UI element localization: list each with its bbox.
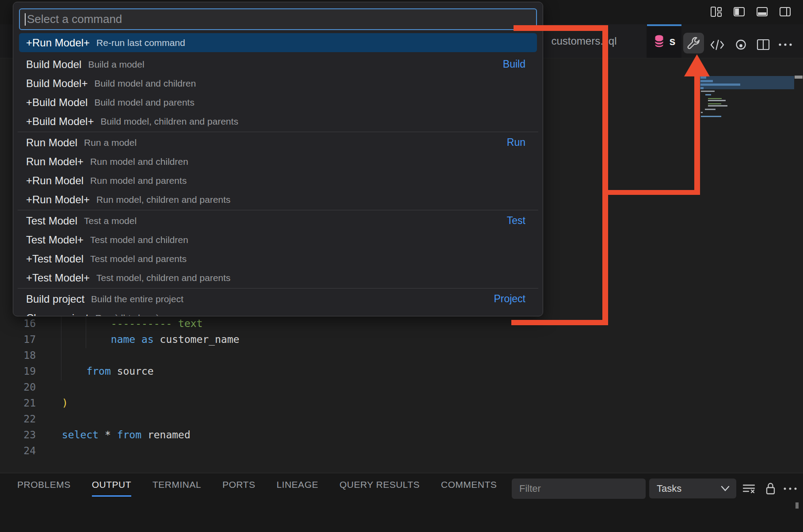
minimap-line	[700, 84, 740, 86]
command-item-category: Run	[507, 137, 525, 148]
command-item[interactable]: +Build Model+Build model, children and p…	[19, 112, 537, 131]
command-item-label: +Test Model+	[26, 272, 90, 284]
text-cursor	[25, 13, 26, 26]
customize-layout-icon[interactable]	[710, 6, 722, 18]
command-item[interactable]: Build Model+Build model and children	[19, 74, 537, 93]
annotation-arrowhead	[684, 54, 710, 76]
panel-tab-ports[interactable]: PORTS	[222, 473, 255, 497]
line-number: 17	[0, 331, 36, 347]
command-item[interactable]: +Run Model+Run model, children and paren…	[19, 190, 537, 209]
command-item-label: Run Model+	[26, 156, 84, 168]
command-item-description: Run a model	[84, 137, 137, 148]
annotation-arrow-vertical-line	[602, 25, 608, 325]
command-item[interactable]: Build ModelBuild a modelBuild	[19, 55, 537, 74]
line-number: 19	[0, 363, 36, 379]
command-item[interactable]: Run ModelRun a modelRun	[19, 133, 537, 152]
command-item-label: +Run Model+	[26, 37, 90, 49]
command-item-description: Test model, children and parents	[96, 273, 231, 283]
split-editor-icon[interactable]	[754, 35, 773, 54]
toggle-primary-sidebar-icon[interactable]	[733, 6, 745, 18]
command-item-description: Run model and children	[90, 156, 188, 167]
line-number: 22	[0, 411, 36, 427]
code-line: 19 from source	[0, 363, 240, 379]
minimap-line	[705, 109, 715, 110]
panel-tab-terminal[interactable]: TERMINAL	[152, 473, 201, 497]
minimap-line	[700, 76, 706, 79]
command-item[interactable]: +Build ModelBuild model and parents	[19, 93, 537, 112]
line-number: 16	[0, 315, 36, 331]
command-item[interactable]: +Test ModelTest model and parents	[19, 249, 537, 268]
command-item-description: Test model and children	[90, 235, 188, 245]
command-item-category: Test	[507, 215, 525, 227]
line-number: 23	[0, 427, 36, 443]
clear-output-icon[interactable]	[741, 481, 757, 497]
code-line: 20	[0, 379, 240, 395]
annotation-arrow-shaft	[694, 73, 700, 195]
command-item-description: Run `dbt clean`	[95, 313, 159, 317]
lock-icon[interactable]	[762, 481, 778, 497]
command-item-category: Build	[503, 58, 525, 70]
minimap-line	[701, 116, 721, 117]
command-item[interactable]: Test ModelTest a modelTest	[19, 211, 537, 230]
command-item-category: Project	[494, 293, 525, 305]
panel-tab-problems[interactable]: PROBLEMS	[17, 473, 71, 497]
command-item-label: Build project	[26, 293, 84, 305]
toggle-secondary-sidebar-icon[interactable]	[779, 6, 791, 18]
panel-more-actions-icon[interactable]	[782, 481, 798, 497]
command-input[interactable]: Select a command	[19, 8, 537, 30]
command-item-label: Build Model+	[26, 77, 88, 90]
minimap-line	[700, 80, 713, 82]
command-item[interactable]: Test Model+Test model and children	[19, 230, 537, 249]
bottom-panel: PROBLEMSOUTPUTTERMINALPORTSLINEAGEQUERY …	[0, 473, 803, 532]
panel-tab-query-results[interactable]: QUERY RESULTS	[339, 473, 420, 497]
minimap[interactable]	[699, 76, 794, 120]
command-item-description: Test a model	[84, 216, 137, 226]
command-item[interactable]: +Run ModelRun model and parents	[19, 171, 537, 190]
command-item-label: +Test Model	[26, 253, 84, 265]
code-area: 16 ---------- text17 name as customer_na…	[0, 315, 240, 459]
command-item[interactable]: Clean projectRun `dbt clean`	[19, 308, 537, 316]
panel-tab-output[interactable]: OUTPUT	[92, 473, 131, 497]
panel-tab-comments[interactable]: COMMENTS	[441, 473, 497, 497]
command-item[interactable]: +Test Model+Test model, children and par…	[19, 268, 537, 287]
panel-tab-lineage[interactable]: LINEAGE	[277, 473, 319, 497]
code-line: 23select * from renamed	[0, 427, 240, 443]
code-icon[interactable]	[708, 35, 727, 54]
minimap-line	[700, 87, 704, 89]
tasks-dropdown[interactable]: Tasks	[649, 479, 736, 498]
panel-scrollbar[interactable]	[795, 502, 799, 509]
command-list-separator	[18, 210, 538, 210]
command-item-label: +Build Model	[26, 96, 88, 109]
vscode-window: customers.sql s	[0, 0, 803, 532]
command-item-label: Test Model	[26, 215, 77, 227]
code-line: 18	[0, 347, 240, 363]
code-line: 24	[0, 443, 240, 459]
wrench-button[interactable]	[683, 33, 704, 53]
command-list: +Run Model+Re-run last commandBuild Mode…	[13, 33, 543, 316]
more-actions-icon[interactable]	[776, 35, 795, 54]
panel-tab-bar: PROBLEMSOUTPUTTERMINALPORTSLINEAGEQUERY …	[17, 473, 497, 497]
minimap-line	[701, 112, 703, 113]
command-item[interactable]: Run Model+Run model and children	[19, 152, 537, 171]
command-item-description: Build a model	[88, 59, 144, 70]
eye-preview-icon[interactable]	[731, 35, 750, 54]
tab-active-truncated[interactable]: s	[647, 24, 681, 58]
command-item-label: +Run Model+	[26, 194, 90, 206]
command-item[interactable]: +Run Model+Re-run last command	[19, 33, 537, 52]
command-item-label: Run Model	[26, 137, 77, 149]
annotation-arrow-top-segment	[514, 25, 608, 31]
window-layout-controls	[710, 6, 791, 18]
command-item-description: Run model, children and parents	[96, 194, 231, 205]
command-item-label: +Build Model+	[26, 115, 94, 128]
command-item[interactable]: Build projectBuild the entire projectPro…	[19, 289, 537, 308]
editor-scrollbar[interactable]	[795, 76, 803, 79]
line-number: 21	[0, 395, 36, 411]
code-line: 21)	[0, 395, 240, 411]
toggle-panel-icon[interactable]	[756, 6, 768, 18]
annotation-arrow-bottom-segment	[511, 320, 608, 325]
tab-label: s	[670, 35, 676, 48]
minimap-line	[708, 100, 726, 101]
filter-input[interactable]	[512, 479, 646, 499]
command-input-placeholder: Select a command	[27, 12, 122, 26]
code-line: 17 name as customer_name	[0, 331, 240, 347]
